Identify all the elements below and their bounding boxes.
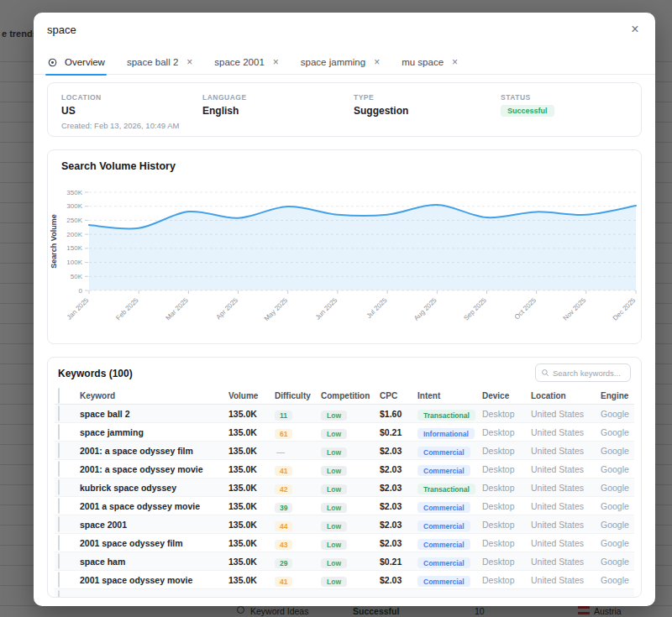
page: e trends Keyword Ideas Successful 10 Aus… xyxy=(0,0,672,617)
cell-device: Desktop xyxy=(482,483,531,493)
table-row[interactable]: kubrick space odyssey 135.0K 42 Low $2.0… xyxy=(55,478,634,497)
cell-cpc: $0.21 xyxy=(380,427,417,437)
row-checkbox[interactable] xyxy=(58,572,60,588)
cell-engine: Google xyxy=(601,409,634,419)
row-checkbox[interactable] xyxy=(58,498,60,514)
cell-cpc: $2.03 xyxy=(380,520,417,530)
svg-text:Search Volume: Search Volume xyxy=(50,214,58,268)
table-row[interactable]: 2001: a space odyssey film 135.0K — Low … xyxy=(55,442,634,460)
difficulty-badge: — xyxy=(275,447,290,458)
language-value: English xyxy=(202,105,247,117)
info-status: STATUS Successful xyxy=(501,93,554,117)
tab-label: space 2001 xyxy=(214,57,264,67)
table-row[interactable]: space ball 2 135.0K 11 Low $1.60 Transac… xyxy=(55,405,634,423)
cell-engine: Google xyxy=(601,557,634,567)
row-checkbox[interactable] xyxy=(58,424,60,440)
tab-close-icon[interactable]: × xyxy=(452,56,458,68)
cell-location: United States xyxy=(531,464,601,474)
cell-volume: 135.0K xyxy=(228,464,275,474)
competition-badge: Low xyxy=(321,540,347,550)
table-body: space ball 2 135.0K 11 Low $1.60 Transac… xyxy=(55,405,634,589)
location-value: US xyxy=(61,105,102,117)
cell-cpc: $0.21 xyxy=(380,557,417,567)
cell-volume: 135.0K xyxy=(228,520,275,530)
status-badge: Successful xyxy=(501,105,554,117)
select-all-checkbox[interactable] xyxy=(58,388,60,404)
intent-badge: Commercial xyxy=(417,576,470,587)
tab-label: space ball 2 xyxy=(127,57,178,67)
svg-text:Apr 2025: Apr 2025 xyxy=(215,296,240,322)
table-row[interactable]: 2001: a space odyssey movie 135.0K 41 Lo… xyxy=(55,460,634,478)
difficulty-badge: 61 xyxy=(275,429,292,439)
cell-engine: Google xyxy=(601,446,634,456)
cell-volume: 135.0K xyxy=(228,483,275,493)
column-header-difficulty: Difficulty xyxy=(275,391,321,400)
tab-space-2001[interactable]: space 2001× xyxy=(214,50,278,75)
tab-space-ball-2[interactable]: space ball 2× xyxy=(127,50,192,75)
column-header-location: Location xyxy=(531,391,601,400)
modal-close-icon[interactable]: × xyxy=(625,19,645,39)
table-row[interactable]: 2001 a space odyssey movie 135.0K 39 Low… xyxy=(55,497,634,515)
column-header-cpc: CPC xyxy=(380,391,417,400)
row-checkbox[interactable] xyxy=(58,461,60,477)
cell-location: United States xyxy=(531,575,601,585)
modal-title: space xyxy=(47,24,76,36)
competition-badge: Low xyxy=(321,466,347,476)
row-checkbox[interactable] xyxy=(58,516,60,532)
svg-text:0: 0 xyxy=(79,287,83,295)
table-row[interactable]: 2001 space odyssey film 135.0K 43 Low $2… xyxy=(55,534,634,552)
cell-volume: 135.0K xyxy=(228,557,275,567)
table-row[interactable]: space ham 135.0K 29 Low $0.21 Commercial… xyxy=(55,552,634,571)
difficulty-badge: 41 xyxy=(275,466,292,476)
table-row[interactable]: 2001 space odyssey movie 135.0K 41 Low $… xyxy=(55,571,634,589)
competition-badge: Low xyxy=(321,558,347,568)
svg-text:350K: 350K xyxy=(66,189,82,196)
cell-volume: 135.0K xyxy=(228,446,275,456)
cell-cpc: $2.03 xyxy=(380,501,417,511)
difficulty-badge: 43 xyxy=(275,540,292,550)
cell-keyword: 2001 a space odyssey movie xyxy=(80,501,228,511)
cell-location: United States xyxy=(531,501,601,511)
row-checkbox[interactable] xyxy=(58,405,60,421)
row-checkbox[interactable] xyxy=(58,535,60,551)
cell-keyword: space jamming xyxy=(80,427,228,437)
competition-badge: Low xyxy=(321,577,347,587)
tab-close-icon[interactable]: × xyxy=(273,56,279,68)
cell-engine: Google xyxy=(601,501,634,511)
competition-badge: Low xyxy=(321,503,347,513)
row-checkbox[interactable] xyxy=(58,442,60,458)
overview-info-card: LOCATION US LANGUAGE English TYPE Sugges… xyxy=(47,82,642,137)
difficulty-badge: 42 xyxy=(275,484,292,494)
table-row[interactable]: space 2001 135.0K 44 Low $2.03 Commercia… xyxy=(55,515,634,534)
intent-badge: Commercial xyxy=(417,447,470,458)
row-checkbox[interactable] xyxy=(58,479,60,495)
cell-device: Desktop xyxy=(482,538,531,548)
search-input[interactable] xyxy=(553,369,625,378)
svg-text:Oct 2025: Oct 2025 xyxy=(513,296,538,322)
row-checkbox[interactable] xyxy=(58,553,60,569)
status-label: STATUS xyxy=(501,93,554,102)
svg-text:Mar 2025: Mar 2025 xyxy=(165,296,191,322)
svg-text:Jan 2025: Jan 2025 xyxy=(66,296,91,322)
cell-cpc: $2.03 xyxy=(380,538,417,548)
cell-device: Desktop xyxy=(482,501,531,511)
tab-space-jamming[interactable]: space jamming× xyxy=(301,50,380,75)
competition-badge: Low xyxy=(321,447,347,458)
info-location: LOCATION US xyxy=(61,93,102,117)
intent-badge: Commercial xyxy=(417,520,470,531)
table-row[interactable]: space jamming 135.0K 61 Low $0.21 Inform… xyxy=(55,423,634,442)
competition-badge: Low xyxy=(321,429,347,439)
svg-text:100K: 100K xyxy=(66,259,82,266)
created-timestamp: Created: Feb 13, 2026, 10:49 AM xyxy=(61,121,179,130)
cell-keyword: kubrick space odyssey xyxy=(80,483,228,493)
competition-badge: Low xyxy=(321,521,347,531)
cell-keyword: space 2001 xyxy=(80,520,228,530)
row-checkbox[interactable] xyxy=(58,590,60,599)
tab-close-icon[interactable]: × xyxy=(374,56,380,68)
svg-text:Aug 2025: Aug 2025 xyxy=(412,296,438,322)
tab-mu-space[interactable]: mu space× xyxy=(402,50,458,75)
tab-close-icon[interactable]: × xyxy=(186,56,192,68)
cell-device: Desktop xyxy=(482,575,531,585)
tab-label: mu space xyxy=(402,57,444,67)
tab-overview[interactable]: Overview xyxy=(47,50,105,75)
